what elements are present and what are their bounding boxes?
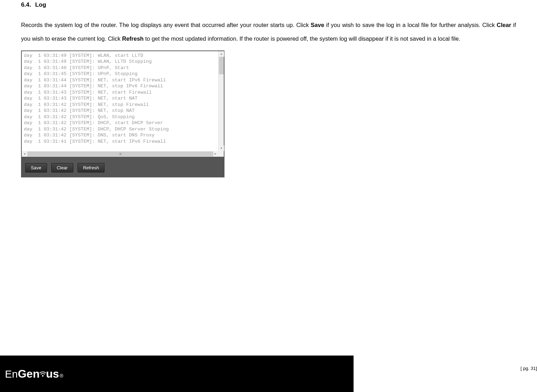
desc-clear: Clear — [497, 22, 511, 28]
horizontal-scrollbar[interactable]: ◂ ▸ — [22, 151, 218, 157]
desc-part1: Records the system log of the router. Th… — [21, 22, 311, 28]
registered-icon: ® — [60, 373, 63, 379]
footer-bar: EnGenus® — [0, 356, 354, 392]
horizontal-scroll-thumb[interactable] — [27, 151, 213, 156]
description-paragraph: Records the system log of the router. Th… — [21, 18, 516, 46]
desc-part4: to get the most updated information. If … — [143, 35, 460, 42]
log-box: day 1 03:31:49 [SYSTEM]: WLAN, start LLT… — [22, 51, 224, 151]
logo-text-us: us — [46, 367, 59, 380]
desc-save: Save — [311, 22, 324, 28]
scroll-down-icon[interactable]: ▾ — [219, 146, 224, 151]
logo-text-gen: Gen — [18, 367, 40, 380]
svg-point-0 — [42, 375, 43, 376]
clear-button[interactable]: Clear — [51, 163, 73, 173]
horizontal-scroll-track[interactable] — [27, 151, 213, 157]
vertical-scroll-thumb[interactable] — [219, 57, 224, 74]
vertical-scrollbar[interactable]: ▴ ▾ — [218, 51, 224, 151]
page-number: [ pg. 31] — [521, 366, 537, 371]
log-text-area[interactable]: day 1 03:31:49 [SYSTEM]: WLAN, start LLT… — [22, 51, 218, 151]
engenius-logo: EnGenus® — [5, 367, 63, 380]
wifi-icon — [39, 370, 47, 378]
section-name: Log — [35, 1, 46, 8]
save-button[interactable]: Save — [25, 163, 47, 173]
logo-text-en: En — [5, 368, 18, 380]
log-widget: day 1 03:31:49 [SYSTEM]: WLAN, start LLT… — [21, 50, 224, 177]
scroll-up-icon[interactable]: ▴ — [219, 51, 224, 57]
desc-part2: if you wish to save the log in a local f… — [324, 22, 497, 28]
scroll-right-icon[interactable]: ▸ — [213, 151, 218, 157]
button-bar: Save Clear Refresh — [22, 157, 224, 177]
desc-refresh: Refresh — [122, 35, 143, 42]
refresh-button[interactable]: Refresh — [78, 163, 105, 173]
scroll-left-icon[interactable]: ◂ — [22, 151, 27, 157]
section-title: 6.4.Log — [21, 1, 516, 8]
section-number: 6.4. — [21, 1, 31, 8]
scrollbar-corner — [218, 151, 224, 157]
